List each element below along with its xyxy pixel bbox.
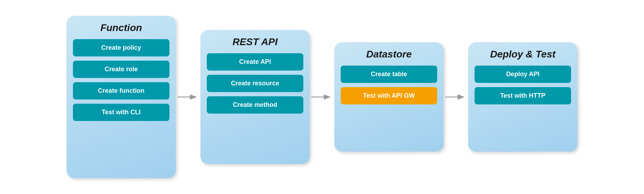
item-btn-datastore-0[interactable]: Create table — [341, 66, 437, 83]
item-btn-function-0[interactable]: Create policy — [73, 39, 169, 56]
panel-items-rest-api: Create APICreate resourceCreate method — [207, 53, 303, 114]
panel-items-datastore: Create tableTest with API GW — [341, 66, 437, 104]
item-btn-datastore-1[interactable]: Test with API GW — [341, 87, 437, 104]
item-btn-deploy-test-0[interactable]: Deploy API — [475, 66, 571, 83]
item-btn-rest-api-0[interactable]: Create API — [207, 53, 303, 71]
item-btn-rest-api-2[interactable]: Create method — [207, 96, 303, 114]
item-btn-function-1[interactable]: Create role — [73, 61, 169, 78]
item-btn-function-3[interactable]: Test with CLI — [73, 104, 169, 121]
panel-title-rest-api: REST API — [233, 36, 278, 48]
panel-title-function: Function — [100, 22, 142, 34]
item-btn-rest-api-1[interactable]: Create resource — [207, 75, 303, 92]
panel-title-datastore: Datastore — [366, 49, 411, 60]
panel-deploy-test: Deploy & TestDeploy APITest with HTTP — [468, 42, 577, 152]
item-btn-deploy-test-1[interactable]: Test with HTTP — [475, 87, 571, 104]
panel-items-function: Create policyCreate roleCreate functionT… — [73, 39, 169, 121]
panel-rest-api: REST APICreate APICreate resourceCreate … — [200, 30, 310, 164]
panel-function: FunctionCreate policyCreate roleCreate f… — [67, 16, 176, 178]
arrow-connector-1 — [176, 90, 200, 104]
panel-title-deploy-test: Deploy & Test — [490, 49, 556, 60]
panel-items-deploy-test: Deploy APITest with HTTP — [475, 66, 571, 104]
item-btn-function-2[interactable]: Create function — [73, 82, 169, 99]
arrow-connector-2 — [310, 90, 334, 104]
diagram: FunctionCreate policyCreate roleCreate f… — [56, 9, 588, 185]
panel-datastore: DatastoreCreate tableTest with API GW — [334, 42, 444, 152]
arrow-connector-3 — [444, 90, 468, 104]
